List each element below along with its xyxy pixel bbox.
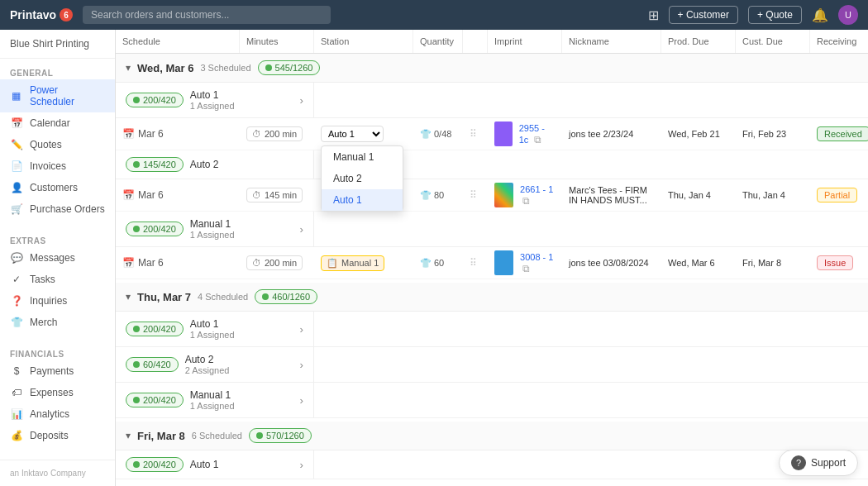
sidebar-item-quotes[interactable]: ✏️ Quotes (0, 134, 115, 155)
station-expand-auto1[interactable]: › (300, 94, 303, 107)
cell-drag-1[interactable]: ⠿ (463, 125, 488, 143)
station-progress-dot-3 (133, 226, 140, 232)
col-station: Station (314, 30, 413, 53)
cell-schedule-2: 📅 Mar 6 (116, 186, 240, 204)
calendar-icon-3: 📅 (122, 257, 135, 269)
station-progress-value-2: 145/420 (143, 160, 176, 169)
station-info-thu-3: Manual 1 1 Assigned (190, 389, 235, 411)
invoices-icon: 📄 (10, 160, 23, 172)
thu-station-expand-auto1[interactable]: › (300, 323, 303, 336)
search-input[interactable] (83, 6, 331, 24)
drag-handle-3: ⠿ (470, 257, 477, 269)
station-summary-thu-manual1: 200/420 Manual 1 1 Assigned › (116, 383, 314, 417)
station-summary-thu-auto2: 60/420 Auto 2 2 Assigned › (116, 347, 314, 382)
sidebar-item-tasks[interactable]: ✓ Tasks (0, 269, 115, 290)
sidebar-label-calendar: Calendar (30, 117, 70, 129)
support-button[interactable]: ? Support (779, 450, 858, 476)
station-expand-manual1[interactable]: › (300, 223, 303, 236)
sidebar-item-purchase-orders[interactable]: 🛒 Purchase Orders (0, 198, 115, 220)
station-select-1[interactable]: Auto 1 Auto 2 Manual 1 (321, 126, 384, 142)
sidebar-item-analytics[interactable]: 📊 Analytics (0, 403, 115, 425)
avatar[interactable]: U (838, 5, 858, 25)
progress-dot-thu-m1 (133, 397, 140, 403)
sidebar: Blue Shirt Printing GENERAL ▦ Power Sche… (0, 30, 116, 486)
sidebar-label-analytics: Analytics (30, 408, 69, 420)
schedule-progress-wed-mar6: 545/1260 (258, 60, 321, 75)
sidebar-label-power-scheduler: Power Scheduler (30, 84, 105, 107)
order-copy-icon-3[interactable]: ⧉ (522, 263, 530, 274)
station-info-thu-2: Auto 2 2 Assigned (185, 354, 230, 375)
sidebar-label-customers: Customers (30, 182, 78, 193)
shirt-icon-2: 👕 (420, 190, 432, 201)
cell-drag-2[interactable]: ⠿ (463, 186, 488, 204)
sidebar-item-deposits[interactable]: 💰 Deposits (0, 425, 115, 446)
thu-station-expand-auto2[interactable]: › (300, 359, 303, 371)
sidebar-item-merch[interactable]: 👕 Merch (0, 312, 115, 333)
station-display-3: 📋 Manual 1 (321, 255, 384, 271)
station-progress-thu-auto1: 200/420 (143, 324, 176, 334)
dropdown-item-auto2[interactable]: Auto 2 (322, 168, 403, 189)
grid-icon[interactable]: ⊞ (648, 7, 659, 23)
station-summary-auto1: 200/420 Auto 1 1 Assigned › (116, 83, 314, 117)
prod-due-2: Thu, Jan 4 (668, 190, 711, 200)
station-name-auto1: Auto 1 (190, 89, 235, 101)
dropdown-item-auto1-selected[interactable]: Auto 1 (322, 189, 403, 211)
schedule-progress-value-fri: 570/1260 (266, 431, 304, 441)
cell-drag-3[interactable]: ⠿ (463, 254, 488, 272)
minutes-badge-3: ⏱ 200 min (246, 255, 303, 270)
order-link-2[interactable]: 2661 - 1 (520, 184, 553, 194)
sidebar-item-expenses[interactable]: 🏷 Expenses (0, 382, 115, 403)
merch-icon: 👕 (10, 317, 23, 328)
order-link-3[interactable]: 3008 - 1 (520, 252, 553, 262)
sidebar-item-power-scheduler[interactable]: ▦ Power Scheduler (0, 79, 115, 112)
progress-dot (265, 64, 272, 71)
sidebar-item-inquiries[interactable]: ❓ Inquiries (0, 290, 115, 312)
sidebar-label-tasks: Tasks (30, 274, 55, 285)
cell-nickname-3: jons tee 03/08/2024 (562, 255, 661, 271)
order-row-3: 📅 Mar 6 ⏱ 200 min 📋 Manual 1 👕 60 (116, 247, 868, 279)
thu-station-name-auto2: Auto 2 (185, 354, 230, 365)
cell-nickname-2: Marc's Tees - FIRM IN HANDS MUST... (562, 182, 661, 208)
cust-due-1: Fri, Feb 23 (742, 129, 786, 139)
cell-station-3: 📋 Manual 1 (314, 252, 413, 274)
cell-prod-due-3: Wed, Mar 6 (661, 255, 736, 271)
station-right-thu-auto1 (314, 312, 868, 346)
order-copy-icon-1[interactable]: ⧉ (534, 134, 541, 145)
col-nickname: Nickname (562, 30, 661, 53)
extras-label: EXTRAS (0, 233, 115, 247)
station-name-auto2: Auto 2 (190, 159, 219, 170)
sidebar-item-invoices[interactable]: 📄 Invoices (0, 155, 115, 177)
minutes-value-1: 200 min (265, 129, 297, 139)
sidebar-label-payments: Payments (30, 365, 74, 377)
bell-icon[interactable]: 🔔 (812, 7, 828, 23)
sidebar-item-customers[interactable]: 👤 Customers (0, 177, 115, 198)
station-name-manual1: Manual 1 (190, 218, 235, 230)
schedule-count-thu-mar7: 4 Scheduled (198, 292, 248, 302)
sidebar-item-payments[interactable]: $ Payments (0, 360, 115, 382)
schedule-collapse-wed-mar6[interactable]: ▾ (126, 62, 131, 74)
station-summary-manual1: 200/420 Manual 1 1 Assigned › (116, 212, 314, 246)
station-right-auto1 (314, 83, 868, 117)
customer-button[interactable]: + Customer (669, 6, 738, 24)
schedule-header-thu-mar7: ▾ Thu, Mar 7 4 Scheduled 460/1260 (116, 283, 868, 312)
clock-icon-1: ⏱ (252, 129, 261, 139)
quote-button[interactable]: + Quote (748, 6, 802, 24)
dropdown-item-manual1[interactable]: Manual 1 (322, 146, 403, 168)
cell-quantity-3: 👕 60 (413, 255, 463, 272)
prod-due-1: Wed, Feb 21 (668, 129, 720, 139)
cell-station-1: Auto 1 Auto 2 Manual 1 Manual 1 Auto 2 A… (314, 122, 413, 145)
station-assigned-manual1: 1 Assigned (190, 230, 235, 240)
station-row-auto2: 145/420 Auto 2 (116, 150, 868, 179)
sidebar-item-messages[interactable]: 💬 Messages (0, 247, 115, 269)
fri-station-expand-auto1[interactable]: › (300, 459, 303, 471)
order-copy-icon-2[interactable]: ⧉ (522, 195, 530, 207)
cell-prod-due-2: Thu, Jan 4 (661, 187, 736, 203)
thu-station-expand-manual1[interactable]: › (300, 394, 303, 407)
progress-dot-fri-a1 (133, 461, 140, 468)
app-logo[interactable]: Printavo 6 (10, 8, 73, 21)
station-progress-value-3: 200/420 (143, 224, 176, 234)
schedule-collapse-thu-mar7[interactable]: ▾ (126, 291, 131, 303)
schedule-collapse-fri-mar8[interactable]: ▾ (126, 430, 131, 441)
sidebar-item-calendar[interactable]: 📅 Calendar (0, 112, 115, 134)
cell-cust-due-2: Thu, Jan 4 (736, 187, 810, 203)
